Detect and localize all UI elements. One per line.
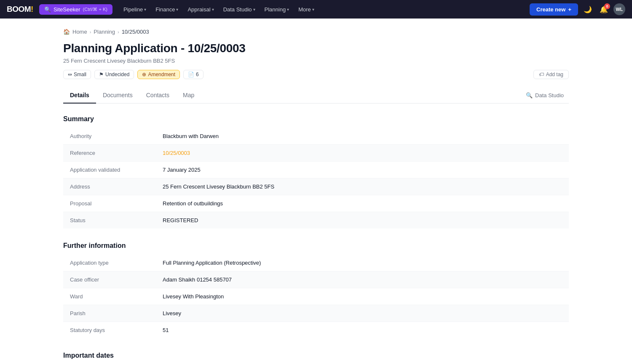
table-row: Application type Full Planning Applicati…: [63, 255, 569, 271]
undecided-icon: ⚑: [99, 72, 104, 77]
table-row: Authority Blackburn with Darwen: [63, 128, 569, 145]
nav-item-planning[interactable]: Planning ▾: [260, 4, 294, 15]
field-value: Blackburn with Darwen: [156, 128, 569, 145]
tag-amendment[interactable]: ⊕ Amendment: [137, 70, 180, 79]
field-label: Status: [63, 212, 156, 229]
breadcrumb-sep-1: ›: [90, 29, 91, 35]
nav-right: Create new + 🌙 🔔 0 WL: [530, 3, 625, 16]
breadcrumb-home[interactable]: Home: [72, 29, 87, 35]
siteseeker-shortcut: (Ctrl/⌘ + K): [83, 7, 107, 12]
table-row: Proposal Retention of outbuildings: [63, 195, 569, 212]
nav-finance-label: Finance: [155, 6, 175, 13]
field-value: Adam Shaikh 01254 585707: [156, 271, 569, 288]
summary-table: Authority Blackburn with Darwen Referenc…: [63, 128, 569, 228]
nav-item-pipeline[interactable]: Pipeline ▾: [119, 4, 150, 15]
field-value-link[interactable]: 10/25/0003: [156, 145, 569, 162]
avatar[interactable]: WL: [613, 3, 625, 15]
nav-more-label: More: [298, 6, 311, 13]
data-studio-link[interactable]: 🔍 Data Studio: [521, 89, 569, 103]
page-title: Planning Application - 10/25/0003: [63, 42, 569, 55]
field-label: Ward: [63, 288, 156, 305]
data-studio-label: Data Studio: [535, 92, 564, 98]
tag-undecided-label: Undecided: [105, 72, 129, 77]
nav-items: Pipeline ▾ Finance ▾ Appraisal ▾ Data St…: [119, 4, 526, 15]
tag-small[interactable]: ⇔ Small: [63, 70, 91, 79]
chevron-down-icon: ▾: [176, 7, 178, 12]
logo[interactable]: BOOM!: [7, 5, 33, 14]
table-row: Parish Livesey: [63, 305, 569, 322]
field-label: Proposal: [63, 195, 156, 212]
nav-item-appraisal[interactable]: Appraisal ▾: [183, 4, 218, 15]
tag-undecided[interactable]: ⚑ Undecided: [94, 70, 134, 79]
field-label: Statutory days: [63, 322, 156, 339]
add-tag-label: Add tag: [546, 72, 563, 77]
tag-doc-count-label: 6: [196, 72, 199, 77]
tab-map[interactable]: Map: [176, 88, 201, 104]
field-value: 25 Fern Crescent Livesey Blackburn BB2 5…: [156, 178, 569, 195]
notifications-button[interactable]: 🔔 0: [597, 3, 610, 16]
document-icon: 📄: [188, 72, 194, 77]
create-new-label: Create new: [536, 6, 565, 13]
chevron-down-icon: ▾: [212, 7, 214, 12]
field-label: Address: [63, 178, 156, 195]
nav-item-data-studio[interactable]: Data Studio ▾: [219, 4, 260, 15]
field-label: Parish: [63, 305, 156, 322]
tags-row: ⇔ Small ⚑ Undecided ⊕ Amendment 📄 6 🏷 Ad…: [63, 70, 569, 79]
further-info-section-title: Further information: [63, 242, 569, 250]
table-row: Reference 10/25/0003: [63, 145, 569, 162]
breadcrumb-planning[interactable]: Planning: [94, 29, 115, 35]
tab-contacts[interactable]: Contacts: [139, 88, 176, 104]
table-row: Case officer Adam Shaikh 01254 585707: [63, 271, 569, 288]
create-new-button[interactable]: Create new +: [530, 3, 578, 16]
breadcrumb: 🏠 Home › Planning › 10/25/0003: [63, 29, 569, 35]
field-value: Livesey: [156, 305, 569, 322]
field-label: Reference: [63, 145, 156, 162]
top-nav: BOOM! 🔍 SiteSeeker (Ctrl/⌘ + K) Pipeline…: [0, 0, 632, 19]
tag-documents-count[interactable]: 📄 6: [183, 70, 204, 79]
tag-amendment-label: Amendment: [148, 72, 175, 77]
chevron-down-icon: ▾: [144, 7, 146, 12]
chevron-down-icon: ▾: [253, 7, 255, 12]
plus-icon: +: [568, 6, 571, 13]
summary-section-title: Summary: [63, 115, 569, 123]
field-label: Case officer: [63, 271, 156, 288]
tab-documents[interactable]: Documents: [96, 88, 139, 104]
tag-plus-icon: 🏷: [539, 72, 544, 77]
tag-small-label: Small: [74, 72, 86, 77]
nav-planning-label: Planning: [265, 6, 286, 13]
field-value: Retention of outbuildings: [156, 195, 569, 212]
search-icon: 🔍: [44, 6, 51, 13]
chevron-down-icon: ▾: [287, 7, 289, 12]
nav-item-finance[interactable]: Finance ▾: [151, 4, 182, 15]
field-label: Application validated: [63, 162, 156, 178]
notification-badge: 0: [604, 3, 610, 9]
page-content: 🏠 Home › Planning › 10/25/0003 Planning …: [46, 19, 586, 364]
table-row: Status REGISTERED: [63, 212, 569, 229]
table-row: Statutory days 51: [63, 322, 569, 339]
siteseeker-label: SiteSeeker: [54, 6, 80, 13]
important-dates-section-title: Important dates: [63, 352, 569, 359]
field-value: 7 January 2025: [156, 162, 569, 178]
amendment-icon: ⊕: [142, 72, 146, 77]
field-value: Livesey With Pleasington: [156, 288, 569, 305]
chevron-down-icon: ▾: [312, 7, 314, 12]
table-row: Ward Livesey With Pleasington: [63, 288, 569, 305]
nav-pipeline-label: Pipeline: [123, 6, 143, 13]
siteseeker-button[interactable]: 🔍 SiteSeeker (Ctrl/⌘ + K): [39, 4, 112, 15]
tabs-row: Details Documents Contacts Map 🔍 Data St…: [63, 88, 569, 104]
field-label: Authority: [63, 128, 156, 145]
theme-toggle-button[interactable]: 🌙: [581, 3, 594, 16]
field-value: Full Planning Application (Retrospective…: [156, 255, 569, 271]
breadcrumb-sep-2: ›: [118, 29, 119, 35]
nav-item-more[interactable]: More ▾: [294, 4, 319, 15]
table-row: Application validated 7 January 2025: [63, 162, 569, 178]
nav-appraisal-label: Appraisal: [187, 6, 210, 13]
tab-details[interactable]: Details: [63, 88, 96, 104]
data-studio-icon: 🔍: [526, 92, 533, 98]
field-label: Application type: [63, 255, 156, 271]
field-value: REGISTERED: [156, 212, 569, 229]
table-row: Address 25 Fern Crescent Livesey Blackbu…: [63, 178, 569, 195]
page-subtitle: 25 Fern Crescent Livesey Blackburn BB2 5…: [63, 58, 569, 64]
field-value: 51: [156, 322, 569, 339]
add-tag-button[interactable]: 🏷 Add tag: [533, 70, 569, 79]
